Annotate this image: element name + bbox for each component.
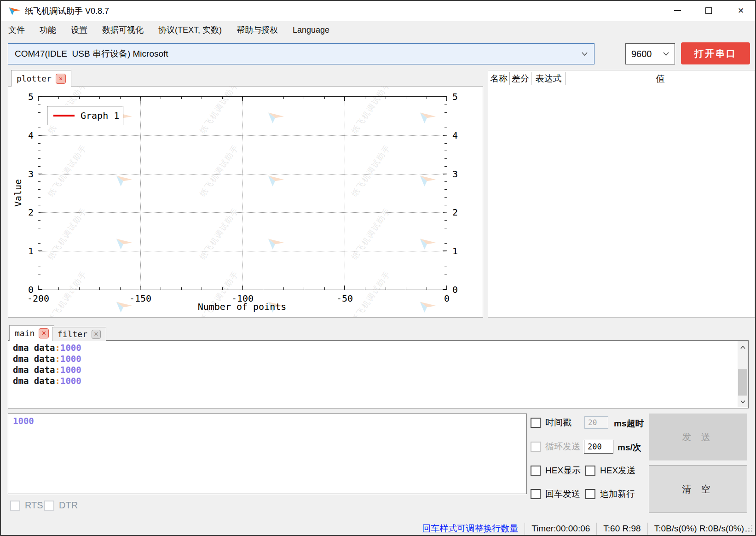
status-tx-rx-count: T:60 R:98	[603, 524, 641, 534]
y-minor-tick	[38, 197, 40, 198]
cr-send-checkbox[interactable]	[531, 489, 541, 499]
hex-display-label: HEX显示	[545, 465, 581, 477]
menu-item-xxxxx[interactable]: 数据可视化	[102, 24, 144, 35]
hex-display-option: HEX显示	[531, 465, 581, 477]
open-serial-port-button[interactable]: 打开串口	[681, 42, 750, 64]
hex-display-checkbox[interactable]	[531, 466, 541, 476]
minimize-button[interactable]	[664, 1, 691, 20]
timeout-input[interactable]	[584, 416, 608, 429]
x-minor-tick	[120, 97, 121, 99]
loop-send-option: 循环发送	[531, 441, 580, 453]
tab-main-close-icon[interactable]: ✕	[39, 328, 49, 338]
x-minor-tick	[202, 287, 202, 290]
app-logo-paper-plane-icon	[8, 5, 21, 18]
baud-rate-select[interactable]: 9600	[625, 43, 675, 64]
x-minor-tick	[58, 97, 59, 99]
interval-input[interactable]	[584, 440, 613, 454]
y-minor-tick	[444, 267, 447, 267]
x-minor-tick	[365, 97, 365, 99]
tab-plotter[interactable]: plotter ✕	[11, 70, 71, 87]
scroll-down-icon[interactable]	[738, 396, 748, 408]
rts-label: RTS	[25, 500, 43, 511]
x-minor-tick	[79, 97, 80, 99]
clear-button[interactable]: 清 空	[649, 465, 747, 513]
y-minor-tick	[444, 151, 447, 151]
close-button[interactable]: ✕	[727, 1, 754, 20]
y-minor-tick	[38, 181, 40, 182]
tab-filter-label: filter	[58, 329, 87, 339]
menu-item-xx[interactable]: 功能	[40, 24, 56, 35]
y-minor-tick	[38, 128, 40, 128]
y-minor-tick	[38, 267, 40, 267]
menu-item-xx[interactable]: 文件	[8, 24, 25, 35]
send-input-area[interactable]: 1000	[8, 414, 527, 494]
y-minor-tick	[444, 197, 447, 198]
menu-item-Language[interactable]: Language	[293, 25, 329, 35]
grid-line-vertical	[345, 97, 345, 290]
grid-line-vertical	[242, 97, 243, 290]
grid-line-horizontal	[38, 174, 447, 175]
grid-line-horizontal	[38, 135, 447, 136]
y-minor-tick	[38, 151, 40, 151]
x-minor-tick	[99, 287, 100, 290]
y-minor-tick	[38, 228, 40, 228]
x-minor-tick	[386, 97, 386, 99]
timestamp-checkbox[interactable]	[531, 418, 541, 428]
y-minor-tick	[444, 112, 447, 113]
tab-filter[interactable]: filter ✕	[52, 327, 106, 341]
y-minor-tick	[38, 274, 40, 274]
maximize-button[interactable]	[695, 1, 722, 20]
x-minor-tick	[304, 287, 304, 290]
menu-item-xxxTEXTxxxxx[interactable]: 协议(TEXT, 实数)	[158, 24, 222, 35]
grid-line-horizontal	[38, 212, 447, 213]
y-minor-tick	[38, 205, 40, 205]
y-major-tick	[38, 96, 42, 97]
received-line: dma data:1000	[13, 342, 81, 353]
menu-item-xxxxx[interactable]: 帮助与授权	[237, 24, 278, 35]
y-minor-tick	[444, 205, 447, 205]
grid-line-vertical	[140, 97, 141, 290]
loop-send-checkbox[interactable]	[531, 442, 541, 452]
scrollbar-vertical[interactable]	[738, 341, 748, 408]
y-major-tick	[443, 96, 447, 97]
y-minor-tick	[444, 282, 447, 282]
dtr-checkbox[interactable]	[44, 501, 54, 511]
hex-send-checkbox[interactable]	[585, 466, 595, 476]
y-major-tick	[443, 289, 447, 290]
baud-rate-value: 9600	[631, 49, 652, 59]
newline-style-link[interactable]: 回车样式可调整换行数量	[422, 523, 518, 535]
tab-plotter-label: plotter	[17, 74, 52, 83]
y-minor-tick	[444, 120, 447, 120]
y-tick-label-left: 2	[14, 207, 34, 218]
cr-send-option: 回车发送	[531, 488, 580, 500]
serial-port-select[interactable]: COM47(IDLE USB 串行设备) Microsoft	[8, 43, 594, 64]
tab-plotter-close-icon[interactable]: ✕	[56, 74, 66, 84]
x-major-tick	[446, 97, 447, 101]
scrollbar-thumb[interactable]	[738, 369, 747, 396]
x-minor-tick	[263, 97, 263, 99]
minimize-icon	[674, 10, 681, 11]
append-newline-checkbox[interactable]	[585, 489, 595, 499]
y-minor-tick	[444, 236, 447, 236]
received-line: dma data:1000	[13, 364, 81, 375]
y-minor-tick	[38, 220, 40, 221]
send-button[interactable]: 发 送	[649, 414, 747, 460]
scroll-up-icon[interactable]	[738, 341, 748, 353]
tab-main-label: main	[15, 328, 35, 338]
status-separator	[596, 523, 597, 535]
status-separator	[647, 523, 648, 535]
x-minor-tick	[427, 97, 427, 99]
title-bar: 纸飞机调试助手 V0.8.7 ✕	[1, 1, 755, 21]
tab-main[interactable]: main ✕	[9, 325, 54, 341]
y-minor-tick	[38, 158, 40, 159]
tab-filter-close-icon[interactable]: ✕	[92, 330, 101, 339]
chevron-down-icon	[663, 52, 669, 56]
x-minor-tick	[304, 97, 304, 99]
menu-item-xx[interactable]: 设置	[71, 24, 87, 35]
x-minor-tick	[181, 97, 182, 99]
received-data-area[interactable]: dma data:1000dma data:1000dma data:1000d…	[8, 340, 749, 408]
hex-send-option: HEX发送	[585, 465, 635, 477]
y-major-tick	[38, 289, 42, 290]
rts-checkbox[interactable]	[10, 501, 20, 511]
x-minor-tick	[222, 287, 223, 290]
